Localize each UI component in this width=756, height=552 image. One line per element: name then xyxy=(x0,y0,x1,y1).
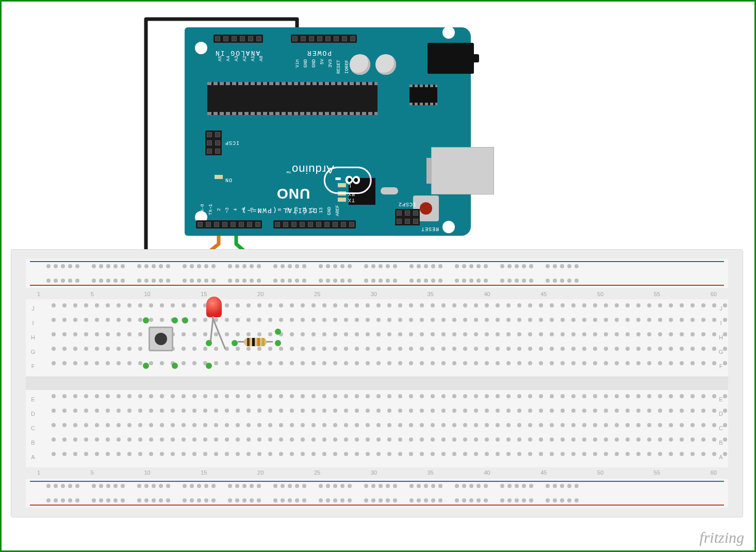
pin-tx1: TX→1 xyxy=(208,204,213,215)
hotspot xyxy=(172,363,178,369)
diagram-canvas: ∞- ANALOG IN POWER DIGITAL (PWM=~) UNO A… xyxy=(0,0,756,552)
hotspot xyxy=(275,340,281,346)
pin-5v: 5V xyxy=(320,59,325,64)
analog-in-header xyxy=(213,35,263,43)
icsp2-label: ICSP2 xyxy=(398,201,416,207)
capacitor-1 xyxy=(350,54,370,75)
power-label: POWER xyxy=(306,49,332,57)
column-labels-top: 151015202530354045505560 xyxy=(37,291,717,297)
dc-barrel-jack xyxy=(428,43,474,74)
icsp-label: ICSP xyxy=(225,140,239,145)
pin-aref: AREF xyxy=(335,205,340,216)
push-button xyxy=(149,327,173,351)
power-header xyxy=(291,35,357,43)
fritzing-watermark: fritzing xyxy=(699,529,744,546)
pin-13: 13 xyxy=(319,207,324,213)
resistor-10k xyxy=(238,338,273,346)
pin-3v3: 3V3 xyxy=(328,59,333,68)
pin-9: ~9 xyxy=(286,207,291,213)
board-brand: Arduino™ xyxy=(286,163,334,176)
hotspot xyxy=(172,317,178,323)
pin-4: 4 xyxy=(233,208,238,211)
hotspot xyxy=(206,363,212,369)
pin-ioref: IOREF xyxy=(344,60,350,74)
row-labels-upper-left: JIHGF xyxy=(28,301,38,374)
hotspot xyxy=(143,317,149,323)
on-led xyxy=(215,175,223,179)
pin-vin: Vin xyxy=(295,59,300,68)
pin-3: ~3 xyxy=(225,207,230,213)
rx-led-label: RX xyxy=(348,191,355,197)
pin-10: ~10 xyxy=(294,207,299,215)
pin-gnd3: GND xyxy=(327,207,332,215)
crystal-oscillator xyxy=(381,187,398,194)
atmega328-dip xyxy=(207,82,377,115)
tie-point-area-upper xyxy=(26,299,728,377)
pin-gnd2: GND xyxy=(311,59,317,68)
pin-2: 2 xyxy=(217,208,222,211)
digital-header-right xyxy=(273,220,356,229)
pin-a3: A3 xyxy=(234,56,239,61)
pin-gnd1: GND xyxy=(303,59,308,68)
on-led-label: ON xyxy=(225,177,232,183)
pin-11: ~11 xyxy=(302,207,307,215)
tx-led-label: TX xyxy=(348,197,355,203)
pin-reset: RESET xyxy=(336,60,341,74)
row-labels-lower-right: EDCBA xyxy=(716,392,726,464)
pin-5: ~5 xyxy=(241,207,246,213)
column-labels-bottom: 151015202530354045505560 xyxy=(37,469,717,476)
digital-header-left xyxy=(196,220,262,229)
icsp-header xyxy=(205,131,222,155)
breadboard-center-gap xyxy=(26,377,728,391)
board-model: UNO xyxy=(276,185,310,202)
pin-a4: A4 xyxy=(226,56,231,61)
hotspot xyxy=(182,317,188,323)
row-labels-upper-right: JIHGF xyxy=(716,301,726,374)
power-rail-bottom xyxy=(26,479,728,508)
capacitor-2 xyxy=(375,54,396,75)
breadboard: 151015202530354045505560 151015202530354… xyxy=(11,249,743,517)
pin-8: 8 xyxy=(277,208,283,211)
pin-rx0: RX←0 xyxy=(200,204,205,215)
tx-led xyxy=(338,198,346,202)
hotspot xyxy=(275,329,281,335)
hotspot xyxy=(143,363,149,369)
tie-point-area-lower xyxy=(26,390,728,467)
pin-12: 12 xyxy=(310,207,316,213)
hotspot xyxy=(206,340,212,346)
pin-a1: A1 xyxy=(251,56,256,61)
hotspot xyxy=(232,340,238,346)
pin-6: ~6 xyxy=(250,207,255,213)
pin-a0: A0 xyxy=(259,56,264,61)
l-led-label: L xyxy=(348,183,351,188)
usb-b-port xyxy=(431,147,494,194)
arduino-uno-board: ∞- ANALOG IN POWER DIGITAL (PWM=~) UNO A… xyxy=(185,27,471,236)
row-labels-lower-left: EDCBA xyxy=(28,392,38,464)
icsp2-header xyxy=(395,209,420,225)
pin-7: 7 xyxy=(258,208,263,211)
power-rail-top xyxy=(26,259,728,288)
voltage-regulator xyxy=(409,87,437,103)
pin-a5: A5 xyxy=(218,56,223,61)
reset-label: RESET xyxy=(421,226,439,232)
red-led xyxy=(206,297,222,317)
pin-a2: A2 xyxy=(242,56,248,61)
